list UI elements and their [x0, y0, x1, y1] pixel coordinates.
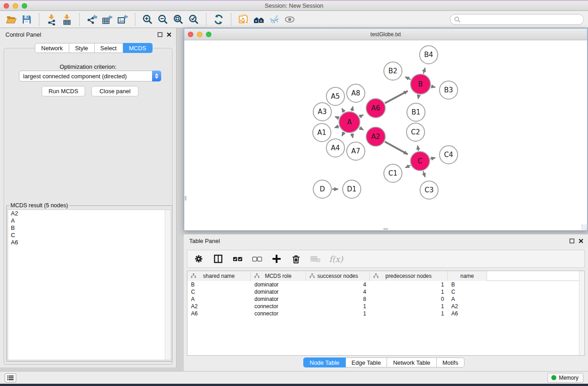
table-row[interactable]: Bdominator41B [187, 281, 584, 288]
graph-edge-A-A4[interactable] [342, 132, 344, 136]
select-all-icon[interactable] [232, 253, 244, 265]
table-cell: B [187, 281, 251, 288]
table-row[interactable]: A2connector11A2 [187, 303, 584, 310]
resize-grip[interactable] [581, 224, 587, 230]
zoom-out-icon[interactable] [155, 12, 171, 27]
tab-style[interactable]: Style [69, 43, 95, 53]
column-header-MCDS-role[interactable]: MCDS role [251, 271, 306, 281]
tab-mcds[interactable]: MCDS [123, 43, 153, 53]
table-toolbar: f(x) [187, 250, 585, 268]
table-cell: A [448, 296, 487, 302]
hide-selected-icon[interactable] [267, 12, 282, 27]
graph-edge-A-A1[interactable] [335, 126, 339, 128]
graph-edge-B-B1[interactable] [418, 95, 419, 99]
control-panel-title: Control Panel [5, 31, 41, 38]
graph-edge-A-A8[interactable] [352, 106, 353, 111]
table-panel-header: Table Panel [184, 234, 588, 247]
run-mcds-button[interactable]: Run MCDS [42, 86, 85, 96]
mcds-result-item[interactable]: B [8, 224, 171, 232]
table-row[interactable]: A6connector11A6 [187, 310, 584, 317]
graph-edge-C-C1[interactable] [405, 165, 411, 167]
task-history-icon[interactable] [5, 373, 16, 382]
tab-node-table[interactable]: Node Table [303, 357, 346, 367]
first-neighbors-icon[interactable] [236, 12, 251, 27]
add-row-icon[interactable] [271, 253, 282, 265]
tab-network[interactable]: Network [35, 43, 69, 53]
preferred-layout-icon[interactable] [251, 12, 267, 27]
table-scrollbar[interactable] [579, 271, 584, 355]
graph-edge-A-A2[interactable] [359, 128, 363, 130]
graph-edge-C-C3[interactable] [423, 171, 425, 177]
graph-edge-A-A3[interactable] [335, 117, 339, 118]
zoom-selected-icon[interactable] [186, 12, 201, 27]
graph-edge-B-B4[interactable] [423, 68, 425, 74]
network-canvas[interactable]: B4B2BB3A8A5A6B1A3AC2A1A2A4A7C4CC1C3DD1 [184, 40, 587, 230]
column-header-name[interactable]: name [448, 271, 487, 281]
table-row[interactable]: Adominator80A [187, 295, 584, 303]
search-input[interactable] [450, 14, 584, 25]
mcds-result-item[interactable]: A2 [8, 210, 171, 217]
mcds-result-item[interactable]: A [8, 217, 171, 224]
tab-select[interactable]: Select [95, 43, 123, 53]
graph-edge-B-B3[interactable] [431, 86, 435, 87]
dropdown-stepper-icon [152, 71, 161, 81]
zoom-fit-icon[interactable] [171, 12, 186, 27]
column-header-predecessor-nodes[interactable]: predecessor nodes [370, 271, 448, 281]
graph-edge-A-A7[interactable] [352, 133, 353, 138]
graph-edge-A-A5[interactable] [342, 108, 344, 112]
close-panel-icon[interactable] [167, 32, 172, 37]
split-columns-icon[interactable] [212, 253, 224, 265]
toolbar-separator [206, 13, 206, 26]
table-row[interactable]: Cdominator41C [187, 288, 584, 295]
show-all-icon[interactable] [282, 12, 297, 27]
app-title: Session: New Session [0, 2, 588, 9]
export-table-icon[interactable] [100, 12, 115, 27]
close-panel-icon[interactable] [578, 238, 583, 243]
resize-handle-left[interactable] [185, 196, 186, 200]
tab-network-table[interactable]: Network Table [387, 357, 436, 367]
table-settings-icon[interactable] [193, 253, 205, 265]
refresh-layout-icon[interactable] [211, 12, 226, 27]
float-panel-icon[interactable] [569, 238, 574, 243]
table-cell: 1 [306, 303, 370, 310]
delete-table-icon[interactable] [310, 253, 321, 265]
graph-edge-A-A6[interactable] [359, 115, 363, 117]
graph-edge-A6-B[interactable] [385, 91, 408, 103]
graph-node-label: A1 [317, 129, 326, 137]
graph-edge-B-B2[interactable] [405, 77, 411, 80]
app-titlebar: Session: New Session [0, 1, 588, 11]
table-cell: 1 [370, 303, 448, 310]
tab-edge-table[interactable]: Edge Table [346, 357, 387, 367]
float-panel-icon[interactable] [158, 32, 163, 37]
network-window-titlebar[interactable]: testGlobe.txt [184, 29, 587, 40]
table-cell: B [448, 281, 487, 288]
zoom-in-icon[interactable] [140, 12, 155, 27]
mcds-list-scrollbar[interactable] [165, 210, 171, 360]
delete-row-icon[interactable] [290, 253, 302, 265]
optimization-dropdown[interactable]: largest connected component (directed) [19, 71, 161, 81]
close-panel-button[interactable]: Close panel [91, 86, 139, 96]
resize-handle-bottom[interactable] [383, 228, 388, 230]
import-network-icon[interactable] [44, 12, 59, 27]
graph-edge-A2-C[interactable] [385, 142, 408, 154]
import-table-icon[interactable] [59, 12, 75, 27]
tab-motifs[interactable]: Motifs [437, 357, 465, 367]
column-header-shared-name[interactable]: shared name [187, 271, 251, 281]
column-header-successor-nodes[interactable]: successor nodes [306, 271, 370, 281]
toolbar-separator [135, 13, 135, 26]
export-network-icon[interactable] [84, 12, 100, 27]
graph-edge-C-C4[interactable] [430, 158, 435, 159]
mcds-result-item[interactable]: A6 [8, 239, 171, 246]
export-image-icon[interactable] [115, 12, 130, 27]
graph-node-label: C2 [411, 128, 420, 136]
function-builder-icon[interactable]: f(x) [329, 254, 343, 264]
graph-edge-C-C2[interactable] [418, 146, 419, 151]
memory-button[interactable]: Memory [547, 373, 583, 383]
memory-label: Memory [559, 375, 578, 381]
save-session-icon[interactable] [19, 12, 34, 27]
deselect-all-icon[interactable] [251, 253, 263, 265]
open-session-icon[interactable] [4, 12, 19, 27]
mcds-result-item[interactable]: C [8, 232, 171, 239]
main-toolbar [0, 11, 588, 28]
mcds-result-title: MCDS result (5 nodes) [9, 202, 69, 209]
